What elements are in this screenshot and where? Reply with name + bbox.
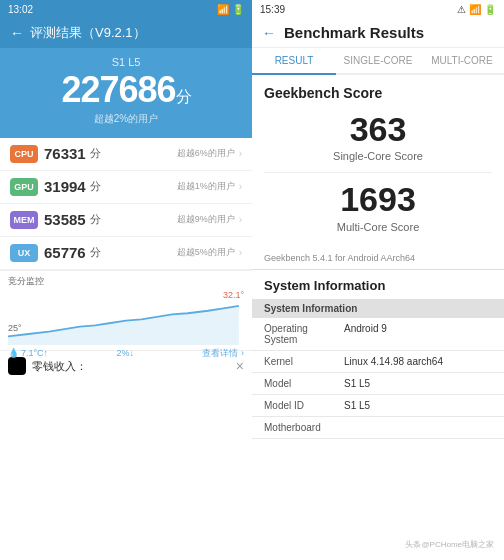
cpu-unit: 分 bbox=[90, 146, 101, 161]
main-score-number: 227686 bbox=[61, 69, 175, 110]
score-divider bbox=[264, 172, 492, 173]
cpu-value: 76331 bbox=[44, 145, 86, 162]
single-core-score: 363 bbox=[264, 111, 492, 148]
sysinfo-key-motherboard: Motherboard bbox=[264, 422, 344, 433]
sysinfo-val-os: Android 9 bbox=[344, 323, 492, 345]
chart-footer: 💧 7.1°C↑ 2%↓ 查看详情 › bbox=[8, 345, 244, 362]
device-label: S1 L5 bbox=[0, 56, 252, 68]
tab-result[interactable]: RESULT bbox=[252, 48, 336, 75]
sysinfo-row-kernel: Kernel Linux 4.14.98 aarch64 bbox=[252, 351, 504, 373]
sysinfo-val-model: S1 L5 bbox=[344, 378, 492, 389]
chart-label: 竞分监控 bbox=[8, 275, 244, 288]
temp-current: 💧 7.1°C↑ bbox=[8, 348, 48, 358]
single-core-block: 363 Single-Core Score bbox=[264, 111, 492, 162]
sysinfo-group-header: System Information bbox=[252, 299, 504, 318]
sysinfo-table: System Information Operating System Andr… bbox=[252, 299, 504, 439]
single-core-label: Single-Core Score bbox=[264, 150, 492, 162]
sysinfo-val-kernel: Linux 4.14.98 aarch64 bbox=[344, 356, 492, 367]
mem-chevron-icon: › bbox=[239, 214, 242, 225]
main-score: 227686分 bbox=[0, 70, 252, 110]
sysinfo-row-modelid: Model ID S1 L5 bbox=[252, 395, 504, 417]
tabs-bar: RESULT SINGLE-CORE MULTI-CORE bbox=[252, 48, 504, 75]
mem-unit: 分 bbox=[90, 212, 101, 227]
mem-badge: MEM bbox=[10, 211, 38, 229]
score-unit: 分 bbox=[176, 88, 191, 105]
ux-badge: UX bbox=[10, 244, 38, 262]
gpu-metric-row[interactable]: GPU 31994 分 超越1%的用户 › bbox=[0, 171, 252, 204]
chart-area: 32.1° 25° bbox=[8, 290, 244, 345]
sysinfo-val-motherboard bbox=[344, 422, 492, 433]
sysinfo-key-kernel: Kernel bbox=[264, 356, 344, 367]
sysinfo-row-motherboard: Motherboard bbox=[252, 417, 504, 439]
right-header: ← Benchmark Results bbox=[252, 18, 504, 48]
sysinfo-val-modelid: S1 L5 bbox=[344, 400, 492, 411]
view-more-link[interactable]: 查看详情 › bbox=[202, 347, 244, 360]
tab-single-core[interactable]: SINGLE-CORE bbox=[336, 48, 420, 73]
gpu-value: 31994 bbox=[44, 178, 86, 195]
tab-multi-core[interactable]: MULTI-CORE bbox=[420, 48, 504, 73]
mem-exceed: 超越9%的用户 bbox=[177, 213, 235, 226]
left-time: 13:02 bbox=[8, 4, 33, 15]
multi-core-score: 1693 bbox=[264, 181, 492, 218]
gpu-exceed: 超越1%的用户 bbox=[177, 180, 235, 193]
ux-chevron-icon: › bbox=[239, 247, 242, 258]
cpu-chevron-icon: › bbox=[239, 148, 242, 159]
gpu-chevron-icon: › bbox=[239, 181, 242, 192]
multi-core-label: Multi-Core Score bbox=[264, 221, 492, 233]
ux-metric-row[interactable]: UX 65776 分 超越5%的用户 › bbox=[0, 237, 252, 270]
sysinfo-key-os: Operating System bbox=[264, 323, 344, 345]
right-panel: 15:39 ⚠ 📶 🔋 ← Benchmark Results RESULT S… bbox=[252, 0, 504, 560]
chart-section: 竞分监控 32.1° 25° 💧 7.1°C↑ 2%↓ 查看详情 › bbox=[0, 270, 252, 350]
metrics-section: CPU 76331 分 超越6%的用户 › GPU 31994 分 超越1%的用… bbox=[0, 138, 252, 560]
multi-core-block: 1693 Multi-Core Score bbox=[264, 181, 492, 232]
temp-low-label: 25° bbox=[8, 323, 22, 333]
performance-chart bbox=[8, 290, 244, 345]
right-status-bar: 15:39 ⚠ 📶 🔋 bbox=[252, 0, 504, 18]
battery-info: 2%↓ bbox=[117, 348, 135, 358]
cpu-metric-row[interactable]: CPU 76331 分 超越6%的用户 › bbox=[0, 138, 252, 171]
ux-exceed: 超越5%的用户 bbox=[177, 246, 235, 259]
exceed-text: 超越2%的用户 bbox=[0, 112, 252, 126]
right-title: Benchmark Results bbox=[284, 24, 424, 41]
left-panel: 13:02 📶 🔋 ← 评测结果（V9.2.1） S1 L5 227686分 超… bbox=[0, 0, 252, 560]
mem-metric-row[interactable]: MEM 53585 分 超越9%的用户 › bbox=[0, 204, 252, 237]
left-header: ← 评测结果（V9.2.1） bbox=[0, 18, 252, 48]
right-back-icon[interactable]: ← bbox=[262, 25, 276, 41]
sysinfo-title: System Information bbox=[252, 270, 504, 299]
score-section: S1 L5 227686分 超越2%的用户 bbox=[0, 48, 252, 138]
gpu-badge: GPU bbox=[10, 178, 38, 196]
ux-value: 65776 bbox=[44, 244, 86, 261]
geekbench-footer: Geekbench 5.4.1 for Android AArch64 bbox=[252, 249, 504, 270]
ux-unit: 分 bbox=[90, 245, 101, 260]
left-status-icons: 📶 🔋 bbox=[217, 4, 244, 15]
left-back-icon[interactable]: ← bbox=[10, 25, 24, 41]
sysinfo-row-os: Operating System Android 9 bbox=[252, 318, 504, 351]
gpu-unit: 分 bbox=[90, 179, 101, 194]
sysinfo-row-model: Model S1 L5 bbox=[252, 373, 504, 395]
sysinfo-section: System Information System Information Op… bbox=[252, 270, 504, 560]
cpu-exceed: 超越6%的用户 bbox=[177, 147, 235, 160]
mem-value: 53585 bbox=[44, 211, 86, 228]
geekbench-title: Geekbench Score bbox=[264, 85, 492, 101]
sysinfo-key-model: Model bbox=[264, 378, 344, 389]
geekbench-section: Geekbench Score 363 Single-Core Score 16… bbox=[252, 75, 504, 249]
temp-high-label: 32.1° bbox=[223, 290, 244, 300]
left-title: 评测结果（V9.2.1） bbox=[30, 24, 146, 42]
sysinfo-key-modelid: Model ID bbox=[264, 400, 344, 411]
left-status-bar: 13:02 📶 🔋 bbox=[0, 0, 252, 18]
cpu-badge: CPU bbox=[10, 145, 38, 163]
watermark: 头条@PCHome电脑之家 bbox=[405, 539, 494, 550]
right-status-icons: ⚠ 📶 🔋 bbox=[457, 4, 496, 15]
right-time: 15:39 bbox=[260, 4, 285, 15]
